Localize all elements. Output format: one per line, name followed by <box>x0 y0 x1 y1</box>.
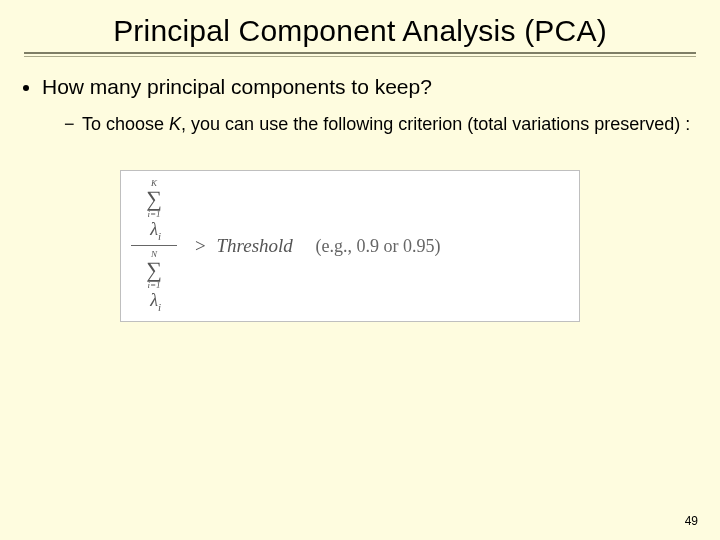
title-rule-bottom <box>24 56 696 57</box>
bullet-list-level1: How many principal components to keep? T… <box>42 75 696 136</box>
bullet2-text-b: , you can use the following criterion (t… <box>181 114 690 134</box>
threshold-word: Threshold <box>216 235 292 256</box>
numerator: K ∑ i=1 λi <box>140 177 168 244</box>
sum-lower-i1b: i=1 <box>147 281 160 290</box>
variable-K: K <box>169 114 181 134</box>
formula-box: K ∑ i=1 λi N ∑ i=1 λi > Threshold (e.g.,… <box>120 170 580 322</box>
page-number: 49 <box>685 514 698 528</box>
lambda-sym: λ <box>150 219 158 239</box>
sigma-bottom: N ∑ i=1 <box>146 250 162 290</box>
bullet1-text: How many principal components to keep? <box>42 75 432 98</box>
sigma-symbol: ∑ <box>146 188 162 210</box>
bullet-list-level2: To choose K, you can use the following c… <box>64 113 696 136</box>
lambda-sym2: λ <box>150 290 158 310</box>
lambda-sub: i <box>158 229 161 241</box>
sum-lower-i1: i=1 <box>147 210 160 219</box>
bullet2-text-a: To choose <box>82 114 169 134</box>
lambda-i-num: λi <box>150 219 161 239</box>
rhs: > Threshold (e.g., 0.9 or 0.95) <box>189 235 441 257</box>
lambda-i-den: λi <box>150 290 161 310</box>
fraction-line <box>131 245 177 246</box>
title-rule-top <box>24 52 696 54</box>
sigma-top: K ∑ i=1 <box>146 179 162 219</box>
denominator: N ∑ i=1 λi <box>140 248 168 315</box>
bullet2: To choose K, you can use the following c… <box>64 113 696 136</box>
sigma-symbol2: ∑ <box>146 259 162 281</box>
example-values: (e.g., 0.9 or 0.95) <box>316 236 441 256</box>
bullet1: How many principal components to keep? T… <box>42 75 696 136</box>
lambda-sub2: i <box>158 301 161 313</box>
slide-title: Principal Component Analysis (PCA) <box>24 14 696 48</box>
fraction: K ∑ i=1 λi N ∑ i=1 λi <box>131 177 177 315</box>
greater-than: > <box>195 235 206 256</box>
